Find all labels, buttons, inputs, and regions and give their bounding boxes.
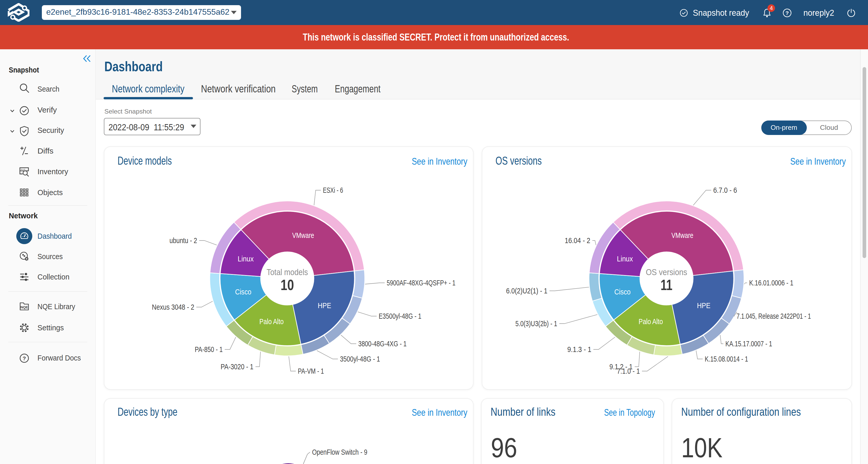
svg-text:HPE: HPE <box>318 301 331 310</box>
svg-text:OpenFlow Switch - 9: OpenFlow Switch - 9 <box>312 448 367 456</box>
svg-text:VMware: VMware <box>672 231 693 239</box>
svg-text:9.1.3 - 1: 9.1.3 - 1 <box>567 345 591 354</box>
svg-text:11: 11 <box>660 276 673 293</box>
svg-text:PA-3020 - 1: PA-3020 - 1 <box>221 363 253 371</box>
svg-text:9.1.2 - 1: 9.1.2 - 1 <box>610 363 633 371</box>
svg-text:5.0(3)U3(2b) - 1: 5.0(3)U3(2b) - 1 <box>516 320 557 328</box>
svg-text:3800-48G-4XG - 1: 3800-48G-4XG - 1 <box>358 340 407 348</box>
svg-text:Total models: Total models <box>267 267 308 277</box>
svg-text:PA-850 - 1: PA-850 - 1 <box>195 345 223 354</box>
svg-text:ESXi - 6: ESXi - 6 <box>323 186 343 194</box>
svg-text:6.7.0 - 6: 6.7.0 - 6 <box>713 186 737 194</box>
svg-text:KA.15.17.0007 - 1: KA.15.17.0007 - 1 <box>725 340 772 348</box>
svg-text:OS versions: OS versions <box>646 267 687 277</box>
svg-text:HPE: HPE <box>697 301 710 310</box>
svg-text:16.04 - 2: 16.04 - 2 <box>565 236 590 245</box>
svg-text:Cisco: Cisco <box>614 288 630 296</box>
svg-text:6.0(2)U2(1) - 1: 6.0(2)U2(1) - 1 <box>506 287 548 295</box>
svg-text:Nexus 3048 - 2: Nexus 3048 - 2 <box>152 303 194 311</box>
svg-text:7.1.045, Release 2422P01 - 1: 7.1.045, Release 2422P01 - 1 <box>737 312 811 320</box>
svg-text:Palo Alto: Palo Alto <box>639 317 663 326</box>
svg-text:VMware: VMware <box>292 231 314 239</box>
svg-text:Palo Alto: Palo Alto <box>259 317 284 326</box>
svg-text:Linux: Linux <box>617 255 633 263</box>
svg-text:E3500yl-48G - 1: E3500yl-48G - 1 <box>379 312 421 320</box>
svg-text:3500yl-48G - 1: 3500yl-48G - 1 <box>340 355 380 363</box>
svg-text:PA-VM - 1: PA-VM - 1 <box>298 367 324 375</box>
svg-text:ubuntu - 2: ubuntu - 2 <box>169 236 197 245</box>
svg-text:K.16.01.0006 - 1: K.16.01.0006 - 1 <box>749 279 793 287</box>
svg-text:5900AF-48XG-4QSFP+ - 1: 5900AF-48XG-4QSFP+ - 1 <box>387 279 456 287</box>
svg-text:K.15.08.0014 - 1: K.15.08.0014 - 1 <box>705 355 748 363</box>
svg-text:Linux: Linux <box>238 255 254 263</box>
svg-text:10: 10 <box>281 276 294 293</box>
svg-text:Cisco: Cisco <box>235 288 251 296</box>
